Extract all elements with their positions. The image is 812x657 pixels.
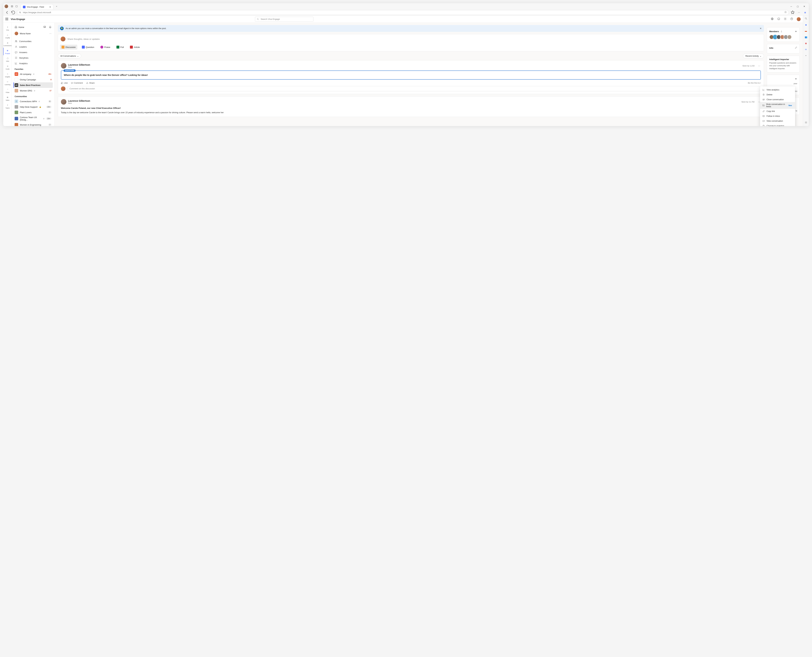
rail-topics[interactable]: #Topics xyxy=(3,102,12,110)
fav-giving[interactable]: ❤Giving Campaign8 xyxy=(13,77,53,83)
page-info-icon[interactable] xyxy=(784,11,787,14)
nav-communities[interactable]: Communities xyxy=(13,39,53,44)
comm-helpdesk[interactable]: Help Desk Support🔒20+ xyxy=(13,104,53,110)
more-button[interactable]: ⋯ xyxy=(796,10,801,15)
search-input[interactable]: Search Viva Engage xyxy=(255,17,313,22)
inbox-icon[interactable] xyxy=(44,26,46,29)
svg-point-1 xyxy=(19,12,20,13)
rail-sales[interactable]: ▤Sales xyxy=(3,95,12,102)
nav-user[interactable]: Mona Kane ⋯ xyxy=(13,30,53,37)
menu-mute-conversation[interactable]: Mute conversation in feedsNew xyxy=(760,102,795,109)
people-icon[interactable]: 👥 xyxy=(804,36,807,39)
question-box: QUESTION Where do people like to grab lu… xyxy=(61,70,761,79)
help-icon[interactable] xyxy=(790,17,793,21)
new-tab-button[interactable]: ＋ xyxy=(54,4,59,9)
browser-titlebar: Viva Engage - Feed ✕ ＋ ─ ▢ ✕ xyxy=(3,3,809,9)
author-avatar[interactable] xyxy=(61,63,67,69)
comm-connections-wfh[interactable]: CConnections WFH⊘6 xyxy=(13,99,53,104)
minimize-button[interactable]: ─ xyxy=(788,4,795,9)
refresh-button[interactable] xyxy=(11,10,16,15)
menu-delete[interactable]: Delete xyxy=(760,92,795,97)
menu-change-question[interactable]: Change to question xyxy=(760,123,795,126)
tag-icon[interactable]: ◆ xyxy=(804,23,807,26)
rail-viva[interactable]: ✦Viva xyxy=(3,24,12,32)
app-launcher-icon[interactable] xyxy=(6,18,8,21)
user-more-icon[interactable]: ⋯ xyxy=(49,32,51,35)
search-sidebar-icon[interactable] xyxy=(804,17,807,20)
nav-analytics[interactable]: Analytics xyxy=(13,61,53,66)
share-button[interactable]: Share xyxy=(86,82,95,84)
copilot-icon[interactable]: ◉ xyxy=(803,10,807,15)
edit-info-button[interactable] xyxy=(795,47,797,49)
add-member-button[interactable]: ＋ xyxy=(795,30,797,33)
profile-avatar[interactable] xyxy=(5,5,8,8)
filter-sort[interactable]: Recent Activity⌄ xyxy=(743,54,764,58)
search-icon xyxy=(19,11,21,14)
tab-poll[interactable]: Poll xyxy=(115,45,126,50)
favorites-button[interactable] xyxy=(790,10,795,15)
comm-women-eng[interactable]: Women in Engineering7 xyxy=(13,122,53,126)
fav-all-company[interactable]: ARAll company⊘20+ xyxy=(13,71,53,77)
menu-view-conversation[interactable]: View conversation xyxy=(760,118,795,123)
menu-view-analytics[interactable]: View analytics xyxy=(760,87,795,92)
svg-rect-10 xyxy=(763,115,765,117)
comment-button[interactable]: Comment xyxy=(71,82,83,84)
post-time: Now xyxy=(68,102,90,104)
rail-engage[interactable]: ▦Engage xyxy=(3,48,12,55)
author-name[interactable]: Laurence Gilbertson xyxy=(68,64,90,66)
browser-tab[interactable]: Viva Engage - Feed ✕ xyxy=(21,4,53,9)
nav-home[interactable]: Home xyxy=(13,25,53,30)
tab-article[interactable]: Article xyxy=(128,45,141,50)
close-tab-icon[interactable]: ✕ xyxy=(49,6,51,8)
settings-sidebar-icon[interactable] xyxy=(804,121,807,124)
emoji-icon[interactable] xyxy=(777,17,780,21)
comm-contoso-ux[interactable]: Contoso Team UX (Desig...⊘20+ xyxy=(13,115,53,122)
globe-icon[interactable] xyxy=(771,17,774,21)
back-button[interactable] xyxy=(5,10,9,15)
rail-amplify[interactable]: △Amplify xyxy=(3,32,12,40)
composer-input[interactable]: Share thoughts, ideas or updates xyxy=(58,34,764,44)
rail-glint[interactable]: ◯Glint xyxy=(3,56,12,63)
nav-storylines[interactable]: Storylines xyxy=(13,55,53,61)
rail-connections[interactable]: ☁Connections xyxy=(3,40,12,47)
member-avatars[interactable] xyxy=(769,35,797,39)
add-button[interactable]: ＋ xyxy=(795,77,797,81)
fav-women-erg[interactable]: Women ERG⊘17 xyxy=(13,88,53,93)
author-avatar[interactable] xyxy=(61,99,67,104)
close-window-button[interactable]: ✕ xyxy=(801,4,807,9)
fav-sales-best-practices[interactable]: ARSales Best Practices xyxy=(13,83,53,88)
like-button[interactable]: Like xyxy=(61,82,68,84)
nav-answers[interactable]: Answers xyxy=(13,50,53,55)
tab-discussion[interactable]: Discussion xyxy=(60,45,77,50)
lightbulb-icon: 💡 xyxy=(60,26,64,30)
tab-praise[interactable]: Praise xyxy=(99,45,112,50)
rail-learning[interactable]: ▭Learning xyxy=(3,79,12,86)
menu-copy-link[interactable]: Copy link xyxy=(760,109,795,114)
post-more-button[interactable]: ⋯ xyxy=(758,64,761,68)
rail-goals[interactable]: ◎Goals xyxy=(3,63,12,71)
url-input[interactable]: https://engage.cloud.microsoft xyxy=(17,10,789,15)
comment-input[interactable]: Comment on this discussion xyxy=(67,86,761,91)
banner-close-icon[interactable]: ✕ xyxy=(760,27,762,30)
question-badge: QUESTION xyxy=(64,69,76,72)
svg-point-9 xyxy=(16,46,16,47)
rail-insights[interactable]: ◇Insights xyxy=(3,71,12,79)
menu-follow-inbox[interactable]: Follow in inbox xyxy=(760,114,795,118)
comm-plant-lovers[interactable]: Plant Lovers1 xyxy=(13,110,53,115)
rail-pulse[interactable]: ♡Pulse xyxy=(3,87,12,94)
add-sidebar-icon[interactable]: ＋ xyxy=(804,54,807,57)
outlook-icon[interactable]: ✉ xyxy=(804,48,807,51)
office-icon[interactable]: ◉ xyxy=(804,42,807,45)
settings-icon[interactable] xyxy=(784,17,787,21)
nav-leaders[interactable]: Leaders xyxy=(13,44,53,50)
user-avatar[interactable] xyxy=(797,17,801,21)
author-name[interactable]: Laurence Gilbertson xyxy=(68,100,90,102)
tab-actions-icon[interactable] xyxy=(14,4,19,9)
filter-conversations[interactable]: All Conversations⌄ xyxy=(58,54,81,58)
maximize-button[interactable]: ▢ xyxy=(795,4,801,9)
tab-question[interactable]: Question xyxy=(80,45,96,50)
menu-close-conversation[interactable]: Close conversation xyxy=(760,97,795,102)
bell-icon[interactable] xyxy=(49,26,51,29)
toolbox-icon[interactable]: ▬ xyxy=(804,29,807,33)
workspaces-icon[interactable] xyxy=(10,4,14,9)
